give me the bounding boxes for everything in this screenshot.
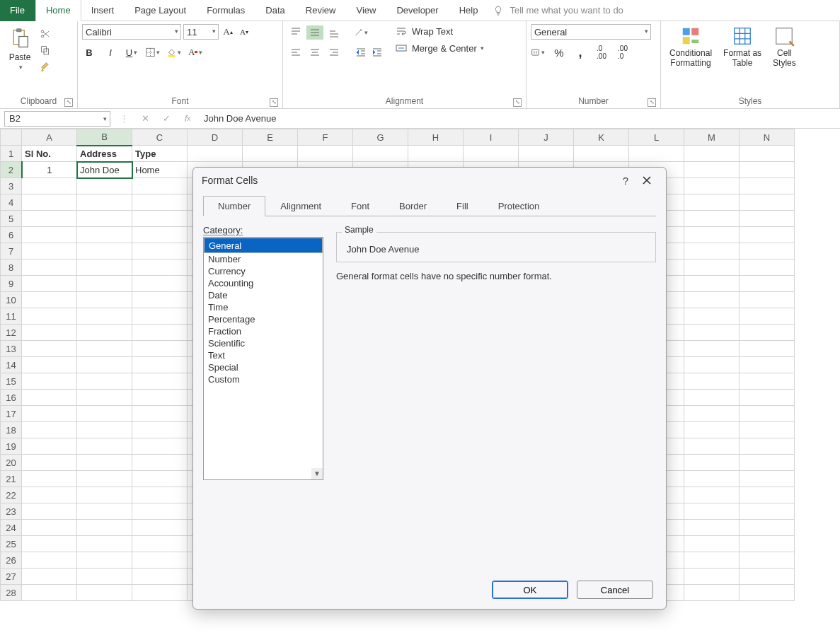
cell-A14[interactable] xyxy=(22,357,77,373)
row-header-5[interactable]: 5 xyxy=(1,211,22,227)
cell-N17[interactable] xyxy=(740,406,795,422)
cell-C6[interactable] xyxy=(132,227,188,243)
alignment-launcher[interactable]: ⤡ xyxy=(513,98,522,107)
cell-M3[interactable] xyxy=(684,178,740,194)
cell-L1[interactable] xyxy=(629,146,684,162)
row-header-16[interactable]: 16 xyxy=(1,390,22,406)
decrease-decimal-button[interactable]: .00.0 xyxy=(616,45,630,59)
font-size-select[interactable]: 11▾ xyxy=(183,24,219,40)
cell-N14[interactable] xyxy=(740,357,795,373)
comma-button[interactable]: , xyxy=(573,45,587,59)
cell-B27[interactable] xyxy=(77,569,132,585)
row-header-7[interactable]: 7 xyxy=(1,243,22,260)
cell-A20[interactable] xyxy=(22,455,77,471)
cell-M6[interactable] xyxy=(684,227,740,243)
cell-B4[interactable] xyxy=(77,194,132,211)
number-launcher[interactable]: ⤡ xyxy=(648,98,656,107)
bold-button[interactable]: B xyxy=(82,45,96,59)
dialog-tab-fill[interactable]: Fill xyxy=(442,196,483,216)
cell-B24[interactable] xyxy=(77,520,132,536)
row-header-17[interactable]: 17 xyxy=(1,406,22,422)
increase-decimal-button[interactable]: .0.00 xyxy=(594,45,609,59)
cell-C9[interactable] xyxy=(132,276,188,292)
copy-button[interactable] xyxy=(38,43,52,57)
cell-A17[interactable] xyxy=(22,406,77,422)
column-header-G[interactable]: G xyxy=(353,129,408,146)
cell-A13[interactable] xyxy=(22,341,77,357)
cell-I1[interactable] xyxy=(464,146,519,162)
category-item-time[interactable]: Time xyxy=(204,301,323,313)
category-item-text[interactable]: Text xyxy=(204,349,323,361)
cell-B12[interactable] xyxy=(77,325,132,341)
cell-C8[interactable] xyxy=(132,260,188,276)
cell-B18[interactable] xyxy=(77,422,132,438)
wrap-text-button[interactable]: Wrap Text xyxy=(396,25,484,37)
row-header-15[interactable]: 15 xyxy=(1,373,22,390)
cell-C17[interactable] xyxy=(132,406,188,422)
insert-function-button[interactable]: fx xyxy=(180,111,195,127)
clipboard-launcher[interactable]: ⤡ xyxy=(64,98,73,107)
row-header-24[interactable]: 24 xyxy=(1,520,22,536)
cell-A2[interactable]: 1 xyxy=(22,162,77,178)
cell-N5[interactable] xyxy=(740,211,795,227)
italic-button[interactable]: I xyxy=(103,45,117,59)
cell-A21[interactable] xyxy=(22,471,77,487)
cell-M10[interactable] xyxy=(684,292,740,308)
ok-button[interactable]: OK xyxy=(492,581,568,599)
cell-A18[interactable] xyxy=(22,422,77,438)
cell-N24[interactable] xyxy=(740,520,795,536)
cell-M22[interactable] xyxy=(684,487,740,503)
cell-B20[interactable] xyxy=(77,455,132,471)
scroll-down-button[interactable]: ▼ xyxy=(311,468,323,479)
tab-home[interactable]: Home xyxy=(35,0,81,21)
cell-N8[interactable] xyxy=(740,260,795,276)
category-item-accounting[interactable]: Accounting xyxy=(204,277,323,289)
decrease-indent-button[interactable] xyxy=(354,45,368,59)
cell-A23[interactable] xyxy=(22,503,77,520)
cell-C7[interactable] xyxy=(132,243,188,260)
cell-N1[interactable] xyxy=(740,146,795,162)
cell-C5[interactable] xyxy=(132,211,188,227)
category-item-fraction[interactable]: Fraction xyxy=(204,325,323,337)
cell-A7[interactable] xyxy=(22,243,77,260)
cell-J1[interactable] xyxy=(519,146,574,162)
cell-N7[interactable] xyxy=(740,243,795,260)
category-item-percentage[interactable]: Percentage xyxy=(204,313,323,325)
cell-B16[interactable] xyxy=(77,390,132,406)
row-header-18[interactable]: 18 xyxy=(1,422,22,438)
cell-B10[interactable] xyxy=(77,292,132,308)
cell-A5[interactable] xyxy=(22,211,77,227)
align-middle-button[interactable] xyxy=(306,25,323,40)
row-header-11[interactable]: 11 xyxy=(1,308,22,325)
tab-pagelayout[interactable]: Page Layout xyxy=(125,0,197,21)
cell-B22[interactable] xyxy=(77,487,132,503)
align-right-button[interactable] xyxy=(326,45,343,59)
row-header-28[interactable]: 28 xyxy=(1,585,22,601)
merge-center-button[interactable]: Merge & Center ▾ xyxy=(396,42,484,54)
cell-A6[interactable] xyxy=(22,227,77,243)
cell-C1[interactable]: Type xyxy=(132,146,188,162)
name-box[interactable]: B2▾ xyxy=(4,111,110,127)
cell-C27[interactable] xyxy=(132,569,188,585)
row-header-19[interactable]: 19 xyxy=(1,438,22,455)
cell-B1[interactable]: Address xyxy=(77,146,132,162)
cell-A27[interactable] xyxy=(22,569,77,585)
row-header-25[interactable]: 25 xyxy=(1,536,22,552)
format-painter-button[interactable] xyxy=(38,59,52,74)
cell-M13[interactable] xyxy=(684,341,740,357)
cell-A8[interactable] xyxy=(22,260,77,276)
column-header-H[interactable]: H xyxy=(408,129,464,146)
category-item-number[interactable]: Number xyxy=(204,253,323,265)
align-center-button[interactable] xyxy=(306,45,323,59)
cell-M27[interactable] xyxy=(684,569,740,585)
cell-M7[interactable] xyxy=(684,243,740,260)
category-item-currency[interactable]: Currency xyxy=(204,265,323,277)
conditional-formatting-button[interactable]: Conditional Formatting xyxy=(665,24,716,69)
cell-N10[interactable] xyxy=(740,292,795,308)
cell-M1[interactable] xyxy=(684,146,740,162)
category-item-general[interactable]: General xyxy=(204,238,323,253)
cell-A15[interactable] xyxy=(22,373,77,390)
column-header-E[interactable]: E xyxy=(243,129,298,146)
cell-C2[interactable]: Home xyxy=(132,162,188,178)
column-header-A[interactable]: A xyxy=(22,129,77,146)
